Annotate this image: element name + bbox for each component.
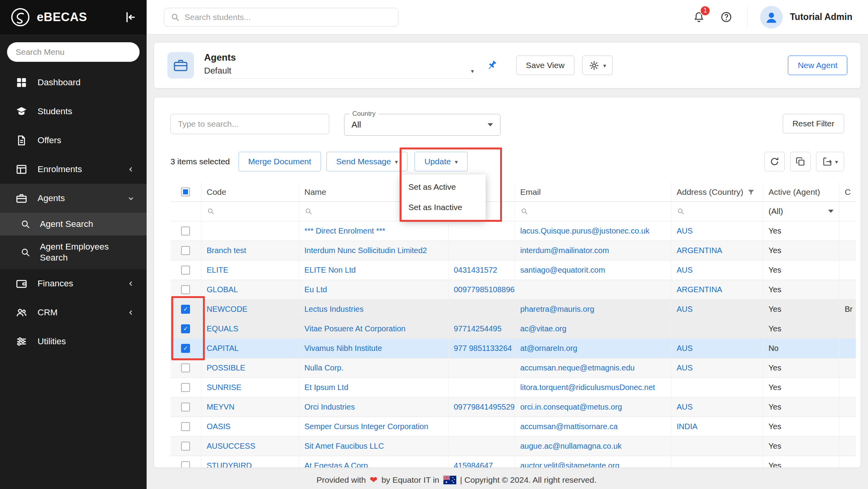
filter-cell-active[interactable]: (All) [763, 201, 839, 221]
table-row[interactable]: POSSIBLENulla Corp.accumsan.neque@etmagn… [170, 358, 856, 378]
column-header-extra[interactable]: C [839, 183, 856, 201]
row-checkbox[interactable]: ✓ [181, 324, 190, 333]
cell-email[interactable]: augue.ac@nullamagna.co.uk [515, 436, 671, 456]
cell-email[interactable]: auctor.velit@sitametante.org [515, 456, 671, 468]
table-row[interactable]: ✓NEWCODELectus Industriespharetra@mauris… [170, 299, 856, 319]
cell-country[interactable]: AUS [671, 299, 763, 319]
cell-code[interactable]: SUNRISE [201, 378, 299, 397]
table-row[interactable]: OASISSemper Cursus Integer Corporationac… [170, 417, 856, 436]
table-row[interactable]: AUSUCCESSSit Amet Faucibus LLCaugue.ac@n… [170, 436, 856, 456]
cell-email[interactable]: pharetra@mauris.org [515, 299, 671, 319]
table-row[interactable]: SUNRISEEt Ipsum Ltdlitora.torquent@ridic… [170, 378, 856, 397]
row-checkbox[interactable] [181, 461, 190, 468]
cell-code[interactable]: OASIS [201, 417, 299, 436]
sidebar-item-agents[interactable]: Agents [0, 184, 147, 213]
sidebar-item-agent-employees-search[interactable]: Agent Employees Search [0, 236, 133, 269]
cell-email[interactable]: orci.in.consequat@metus.org [515, 397, 671, 417]
cell-phone[interactable]: 415984647 [448, 456, 515, 468]
cell-code[interactable]: GLOBAL [201, 280, 299, 299]
cell-email[interactable]: at@ornareIn.org [515, 338, 671, 358]
save-view-button[interactable]: Save View [516, 56, 574, 75]
cell-phone[interactable]: 97714254495 [448, 319, 515, 338]
sidebar-item-offers[interactable]: Offers [0, 126, 147, 155]
cell-code[interactable]: AUSUCCESS [201, 436, 299, 456]
column-header-email[interactable]: Email [515, 183, 671, 201]
cell-phone[interactable]: 09779841495529 [448, 397, 515, 417]
cell-email[interactable]: ac@vitae.org [515, 319, 671, 338]
student-search-input[interactable] [185, 13, 392, 22]
sidebar-item-enrolments[interactable]: Enrolments [0, 155, 147, 184]
table-row[interactable]: ELITEELITE Non Ltd0431431572santiago@equ… [170, 260, 856, 280]
cell-phone[interactable]: 977 9851133264 [448, 338, 515, 358]
table-row[interactable]: *** Direct Enrolment ***lacus.Quisque.pu… [170, 221, 856, 241]
sidebar-item-crm[interactable]: CRM [0, 298, 147, 327]
cell-name[interactable]: *** Direct Enrolment *** [299, 221, 448, 241]
cell-country[interactable]: AUS [671, 260, 763, 280]
cell-name[interactable]: Interdum Nunc Sollicitudin Limited2 [299, 241, 448, 260]
row-checkbox[interactable] [181, 363, 190, 372]
cell-code[interactable]: POSSIBLE [201, 358, 299, 378]
row-checkbox[interactable]: ✓ [181, 344, 190, 353]
cell-name[interactable]: Vitae Posuere At Corporation [299, 319, 448, 338]
cell-email[interactable]: santiago@equatorit.com [515, 260, 671, 280]
cell-phone[interactable]: 0431431572 [448, 260, 515, 280]
cell-country[interactable]: AUS [671, 221, 763, 241]
column-header-active[interactable]: Active (Agent) [763, 183, 839, 201]
notification-bell-icon[interactable]: 1 [690, 9, 707, 26]
row-checkbox[interactable] [181, 422, 190, 431]
table-row[interactable]: Branch testInterdum Nunc Sollicitudin Li… [170, 241, 856, 260]
filter-cell-email[interactable] [515, 201, 671, 221]
cell-email[interactable]: lacus.Quisque.purus@justonec.co.uk [515, 221, 671, 241]
sidebar-item-agent-search[interactable]: Agent Search [0, 213, 147, 236]
row-checkbox[interactable] [181, 285, 190, 294]
country-filter-select[interactable]: Country All [344, 114, 500, 136]
cell-name[interactable]: Vivamus Nibh Institute [299, 338, 448, 358]
menu-item-set-as-active[interactable]: Set as Active [401, 177, 486, 197]
cell-phone[interactable]: 009779851088964 [448, 280, 515, 299]
cell-name[interactable]: Orci Industries [299, 397, 448, 417]
table-row[interactable]: ✓EQUALSVitae Posuere At Corporation97714… [170, 319, 856, 338]
cell-country[interactable]: AUS [671, 338, 763, 358]
cell-code[interactable]: EQUALS [201, 319, 299, 338]
cell-country[interactable]: ARGENTINA [671, 241, 763, 260]
cell-code[interactable]: Branch test [201, 241, 299, 260]
cell-code[interactable]: NEWCODE [201, 299, 299, 319]
cell-email[interactable]: interdum@mailinator.com [515, 241, 671, 260]
row-checkbox[interactable] [181, 227, 190, 236]
sidebar-item-utilities[interactable]: Utilities [0, 327, 147, 356]
cell-email[interactable]: accumsan@mattisornare.ca [515, 417, 671, 436]
new-agent-button[interactable]: New Agent [788, 56, 847, 75]
view-select[interactable]: Default ▾ [204, 66, 474, 79]
row-checkbox[interactable] [181, 383, 190, 392]
cell-code[interactable]: MEYVN [201, 397, 299, 417]
row-checkbox[interactable] [181, 442, 190, 451]
cell-country[interactable]: AUS [671, 358, 763, 378]
cell-code[interactable]: STUDYBIRD [201, 456, 299, 468]
cell-name[interactable]: Lectus Industries [299, 299, 448, 319]
filter-funnel-icon[interactable] [747, 188, 755, 196]
cell-name[interactable]: Sit Amet Faucibus LLC [299, 436, 448, 456]
cell-code[interactable]: ELITE [201, 260, 299, 280]
column-header-code[interactable]: Code [201, 183, 299, 201]
copy-button[interactable] [790, 152, 811, 171]
help-icon[interactable] [717, 9, 735, 26]
sidebar-search-input[interactable] [7, 42, 140, 62]
row-checkbox[interactable] [181, 403, 190, 412]
filter-cell-code[interactable] [201, 201, 299, 221]
table-row[interactable]: MEYVNOrci Industries09779841495529orci.i… [170, 397, 856, 417]
grid-search-input[interactable] [170, 114, 329, 134]
sidebar-collapse-icon[interactable] [123, 11, 136, 24]
export-button[interactable]: ▾ [816, 152, 844, 171]
settings-button[interactable]: ▾ [582, 56, 613, 75]
table-row[interactable]: ✓CAPITALVivamus Nibh Institute977 985113… [170, 338, 856, 358]
column-header-address[interactable]: Address (Country) [671, 183, 763, 201]
table-row[interactable]: STUDYBIRDAt Egestas A Corp.415984647auct… [170, 456, 856, 468]
merge-document-button[interactable]: Merge Document [239, 152, 321, 171]
sidebar-item-finances[interactable]: Finances [0, 269, 147, 298]
cell-email[interactable]: litora.torquent@ridiculusmusDonec.net [515, 378, 671, 397]
menu-item-set-as-inactive[interactable]: Set as Inactive [401, 197, 486, 218]
cell-name[interactable]: Nulla Corp. [299, 358, 448, 378]
cell-name[interactable]: ELITE Non Ltd [299, 260, 448, 280]
cell-name[interactable]: At Egestas A Corp. [299, 456, 448, 468]
refresh-button[interactable] [764, 152, 785, 171]
